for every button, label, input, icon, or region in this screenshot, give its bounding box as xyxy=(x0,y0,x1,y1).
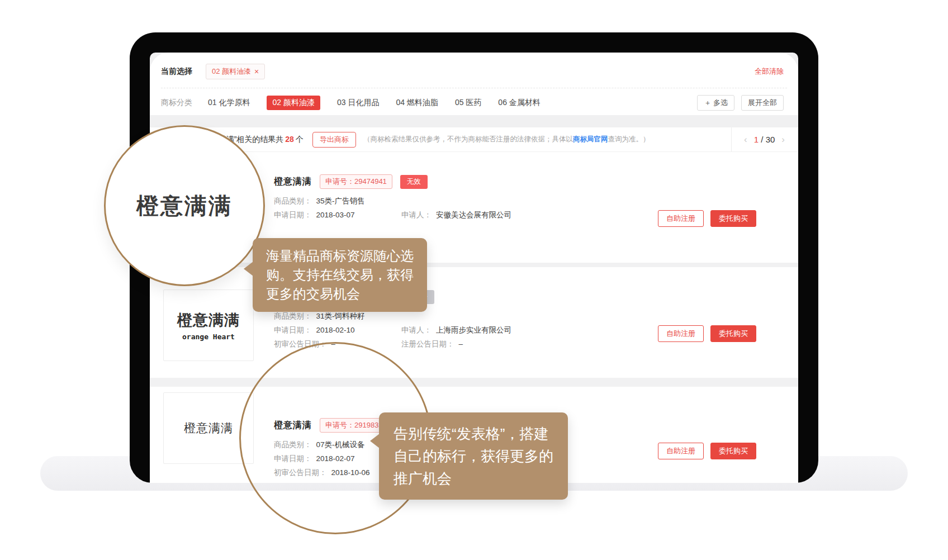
tooltip-1-line: 购。支持在线交易，获得 xyxy=(266,265,414,284)
results-toolbar: 为您检索到“橙意满满”相关的结果共28个 导出商标 （商标检索结果仅供参考，不作… xyxy=(150,127,798,152)
trademark-name: 橙意满满 xyxy=(274,176,312,188)
disclaimer-post: 查询为准。） xyxy=(608,135,650,143)
page: 当前选择 02 颜料油漆 × 全部清除 商标分类 01 化学原料 02 颜料油漆… xyxy=(0,0,948,560)
pagination-prev-icon[interactable]: ‹ xyxy=(744,134,747,145)
result-summary-suffix: 个 xyxy=(296,135,304,144)
first-publication-date-value: 2018-10-06 xyxy=(331,467,370,478)
result-count: 28 xyxy=(285,135,294,144)
first-publication-date-label: 初审公告日期： xyxy=(274,339,327,349)
category-field-value: 31类-饲料种籽 xyxy=(316,311,365,321)
category-field-label: 商品类别： xyxy=(274,196,312,206)
tooltip-2-line: 推广机会 xyxy=(394,467,553,490)
applicant-label: 申请人： xyxy=(401,325,432,335)
clear-all-link[interactable]: 全部清除 xyxy=(755,67,784,77)
multi-select-button[interactable]: ＋ 多选 xyxy=(697,95,734,111)
thumbnail-text: 橙意满满 xyxy=(177,310,240,330)
page-current: 1 xyxy=(754,135,759,144)
first-publication-date-value: – xyxy=(331,339,336,349)
registration-date-label: 注册公告日期： xyxy=(401,339,454,349)
registration-date-value: – xyxy=(459,339,463,349)
trademark-thumbnail: 橙意满满 xyxy=(163,174,254,246)
category-field-label: 商品类别： xyxy=(274,439,312,450)
row-actions: 自助注册 委托购买 xyxy=(658,210,756,227)
trademark-thumbnail: 橙意满满 orange Heart xyxy=(163,290,254,361)
category-field-value: 07类-机械设备 xyxy=(316,439,365,450)
apply-date-label: 申请日期： xyxy=(274,325,312,335)
page-total: 30 xyxy=(766,135,775,144)
export-button[interactable]: 导出商标 xyxy=(312,132,356,148)
category-item-06[interactable]: 06 金属材料 xyxy=(498,98,540,108)
tooltip-2-line: 自己的标行，获得更多的 xyxy=(394,445,553,467)
tooltip-arrow-left-icon xyxy=(244,262,253,276)
tooltip-1: 海量精品商标资源随心选 购。支持在线交易，获得 更多的交易机会 xyxy=(253,238,427,312)
category-field-label: 商品类别： xyxy=(274,311,312,321)
filter-header: 当前选择 02 颜料油漆 × 全部清除 商标分类 01 化学原料 02 颜料油漆… xyxy=(150,53,798,115)
applicant-label: 申请人： xyxy=(401,210,432,220)
thumbnail-text: 橙意满满 xyxy=(184,420,233,436)
category-item-04[interactable]: 04 燃料油脂 xyxy=(396,98,438,108)
official-site-link[interactable]: 商标局官网 xyxy=(573,135,608,143)
self-register-button[interactable]: 自助注册 xyxy=(658,210,704,227)
result-summary-prefix: 为您检索到“橙意满满”相关的结果共 xyxy=(161,135,283,144)
category-item-02-selected[interactable]: 02 颜料油漆 xyxy=(267,96,320,110)
tooltip-arrow-left-icon xyxy=(370,434,380,448)
disclaimer: （商标检索结果仅供参考，不作为商标能否注册的法律依据；具体以商标局官网查询为准。… xyxy=(363,135,650,144)
tooltip-1-line: 海量精品商标资源随心选 xyxy=(266,246,414,265)
trademark-thumbnail: 橙意满满 xyxy=(163,392,254,464)
disclaimer-pre: （商标检索结果仅供参考，不作为商标能否注册的法律依据；具体以 xyxy=(363,135,573,143)
category-row: 商标分类 01 化学原料 02 颜料油漆 03 日化用品 04 燃料油脂 05 … xyxy=(150,88,798,111)
apply-date-value: 2018-02-07 xyxy=(316,453,355,464)
entrust-buy-button[interactable]: 委托购买 xyxy=(710,325,756,342)
table-row: 橙意满满 orange Heart 橙意满满 申请号：29482153 已注册 … xyxy=(150,267,798,378)
applicant-value: 上海雨步实业有限公司 xyxy=(436,325,511,335)
tooltip-2: 告别传统“发表格”，搭建 自己的标行，获得更多的 推广机会 xyxy=(379,412,568,500)
applicant-value: 安徽美达会展有限公司 xyxy=(436,210,511,220)
entrust-buy-button[interactable]: 委托购买 xyxy=(710,443,756,459)
category-label: 商标分类 xyxy=(161,98,192,108)
pagination-next-icon[interactable]: › xyxy=(781,134,785,145)
tag-close-icon[interactable]: × xyxy=(254,68,259,75)
current-selection-row: 当前选择 02 颜料油漆 × 全部清除 xyxy=(150,53,798,79)
entrust-buy-button[interactable]: 委托购买 xyxy=(710,210,756,227)
row-actions: 自助注册 委托购买 xyxy=(658,443,756,459)
category-item-05[interactable]: 05 医药 xyxy=(455,98,481,108)
apply-date-label: 申请日期： xyxy=(274,210,312,220)
category-item-03[interactable]: 03 日化用品 xyxy=(337,98,379,108)
table-row: 橙意满满 橙意满满 申请号：29474941 无效 商品类别： 35类-广告销售 xyxy=(150,152,798,263)
expand-all-button[interactable]: 展开全部 xyxy=(741,95,784,111)
status-badge: 无效 xyxy=(400,175,428,189)
selected-filter-tag[interactable]: 02 颜料油漆 × xyxy=(206,64,265,79)
tooltip-1-line: 更多的交易机会 xyxy=(266,284,414,303)
thumbnail-text: 橙意满满 xyxy=(184,202,233,218)
application-number-tag: 申请号：29474941 xyxy=(320,174,392,189)
thumbnail-subtext: orange Heart xyxy=(182,333,235,341)
page-separator: / xyxy=(761,135,763,144)
result-summary: 为您检索到“橙意满满”相关的结果共28个 xyxy=(161,135,304,145)
apply-date-value: 2018-03-07 xyxy=(316,210,355,220)
pagination: ‹ 1 / 30 › xyxy=(731,127,798,151)
apply-date-value: 2018-02-10 xyxy=(316,325,355,335)
row-divider xyxy=(150,378,798,387)
category-field-value: 35类-广告销售 xyxy=(316,196,365,206)
self-register-button[interactable]: 自助注册 xyxy=(658,443,704,459)
tooltip-2-line: 告别传统“发表格”，搭建 xyxy=(394,423,553,445)
first-publication-date-label: 初审公告日期： xyxy=(274,467,327,478)
selected-filter-tag-text: 02 颜料油漆 xyxy=(212,67,251,77)
row-actions: 自助注册 委托购买 xyxy=(658,325,756,342)
self-register-button[interactable]: 自助注册 xyxy=(658,325,704,342)
trademark-name: 橙意满满 xyxy=(274,420,312,431)
current-selection-label: 当前选择 xyxy=(161,67,192,77)
category-item-01[interactable]: 01 化学原料 xyxy=(208,98,250,108)
apply-date-label: 申请日期： xyxy=(274,453,312,464)
